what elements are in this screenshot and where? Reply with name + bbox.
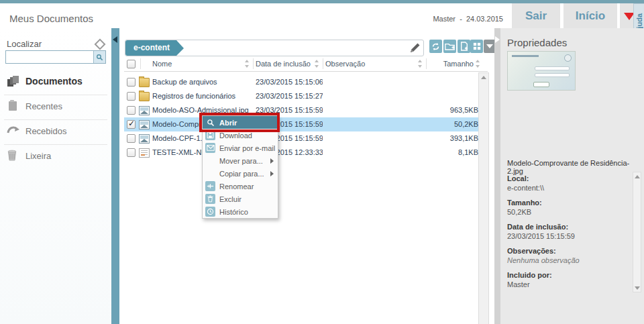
file-name[interactable]: Backup de arquivos xyxy=(152,75,253,89)
sort-icon[interactable] xyxy=(418,60,423,68)
column-header-observacao[interactable]: Observação xyxy=(325,56,365,71)
user-session-info: Master - 24.03.2015 xyxy=(433,15,503,23)
row-checkbox[interactable] xyxy=(127,120,136,129)
file-size: 8,1KB xyxy=(423,146,478,160)
scroll-up-icon[interactable] xyxy=(479,73,488,81)
search-input[interactable] xyxy=(7,52,94,61)
menu-item-download[interactable]: Download xyxy=(203,129,278,142)
breadcrumb[interactable]: e-content xyxy=(125,40,176,56)
edit-pencil-icon[interactable] xyxy=(409,42,421,54)
properties-title: Propriedades xyxy=(507,37,567,48)
file-date: 23/03/2015 15:15:27 xyxy=(256,89,323,103)
table-row[interactable]: Registros de funcionários 23/03/2015 15:… xyxy=(124,89,478,103)
file-preview-thumbnail xyxy=(507,51,576,91)
properties-collapse-strip[interactable] xyxy=(494,28,500,324)
xml-file-icon xyxy=(139,148,150,158)
user-name: Master xyxy=(433,15,455,23)
property-incluido-por: Incluido por: Master xyxy=(507,271,631,288)
sidebar-item-label: Lixeira xyxy=(25,151,51,161)
add-file-button[interactable] xyxy=(458,40,470,53)
new-folder-icon xyxy=(445,42,455,50)
search-label: Localizar xyxy=(7,39,42,49)
row-checkbox[interactable] xyxy=(127,92,136,101)
select-all-checkbox[interactable] xyxy=(127,60,136,68)
column-header-nome[interactable]: Nome xyxy=(152,56,172,71)
file-size xyxy=(423,89,478,103)
table-row[interactable]: Modelo-CPF-1.jpg 23/03/2015 15:15:59 393… xyxy=(124,131,478,146)
table-row[interactable]: TESTE-XML-NFe- 23/03/2015 12:33:33 8,1KB xyxy=(124,146,478,160)
menu-item-abrir[interactable]: Abrir xyxy=(203,116,278,129)
context-menu: Abrir Download Enviar por e-mail Mover p… xyxy=(202,115,278,219)
sort-icon[interactable] xyxy=(315,60,319,68)
refresh-button[interactable] xyxy=(429,40,442,53)
file-observation xyxy=(325,131,423,146)
sidebar-item-label: Recebidos xyxy=(25,126,66,136)
search-button[interactable] xyxy=(93,51,105,63)
collapse-right-icon xyxy=(495,36,500,43)
list-scrollbar[interactable] xyxy=(478,72,489,324)
breadcrumb-bar: e-content xyxy=(125,40,424,56)
column-header-tamanho[interactable]: Tamanho xyxy=(423,56,474,71)
new-folder-button[interactable] xyxy=(443,40,456,53)
sidebar-item-lixeira[interactable]: Lixeira xyxy=(0,144,111,167)
clear-search-icon[interactable] xyxy=(95,39,106,50)
search-icon xyxy=(96,54,103,61)
property-local: Local: e-content:\\ xyxy=(507,174,631,192)
menu-item-mover-para[interactable]: Mover para... xyxy=(203,154,278,167)
page-title: Meus Documentos xyxy=(9,13,93,24)
sidebar-item-recentes[interactable]: Recentes xyxy=(0,95,111,117)
file-date: 23/03/2015 15:15:06 xyxy=(256,75,323,89)
file-name[interactable]: Registros de funcionários xyxy=(152,89,253,103)
properties-panel: Propriedades Modelo-Comprovante de Resid… xyxy=(500,28,644,324)
row-checkbox[interactable] xyxy=(127,78,136,87)
user-date-separator: - xyxy=(460,15,462,23)
table-row[interactable]: Modelo-ASO-Admissional.jpg 23/03/2015 15… xyxy=(124,103,478,117)
row-checkbox[interactable] xyxy=(127,106,136,115)
file-browser: e-content Nome Data de inclusão Observaç… xyxy=(119,28,494,324)
file-size: 963,5KB xyxy=(423,103,478,117)
column-header-data[interactable]: Data de inclusão xyxy=(256,56,311,71)
property-observacoes: Observações: Nenhuma observação xyxy=(507,247,631,264)
file-observation xyxy=(325,103,423,117)
submenu-arrow-icon xyxy=(270,171,274,176)
file-observation xyxy=(325,75,423,89)
rename-icon xyxy=(205,181,215,191)
properties-scrollbar[interactable] xyxy=(633,172,641,292)
add-file-icon xyxy=(460,42,468,51)
sort-icon[interactable] xyxy=(476,60,480,68)
logout-button[interactable]: Sair xyxy=(512,3,560,28)
file-size xyxy=(423,75,478,89)
history-clock-icon xyxy=(205,207,215,217)
properties-fields: Local: e-content:\\ Tamanho: 50,2KB Data… xyxy=(507,174,631,295)
table-row[interactable]: Backup de arquivos 23/03/2015 15:15:06 xyxy=(124,75,478,89)
row-checkbox[interactable] xyxy=(127,134,136,143)
property-data-inclusao: Data de inclusão: 23/03/2015 15:15:59 xyxy=(507,223,631,240)
image-file-icon xyxy=(139,134,150,144)
scroll-down-icon[interactable] xyxy=(633,284,641,292)
table-row-selected[interactable]: Modelo-Comprovante de Residência-2.jpg 2… xyxy=(124,117,478,131)
home-button[interactable]: Início xyxy=(564,3,617,28)
sort-icon[interactable] xyxy=(245,60,250,68)
grid-view-button[interactable] xyxy=(470,40,483,53)
sidebar-item-recebidos[interactable]: Recebidos xyxy=(0,119,111,142)
sidebar-collapse-strip[interactable] xyxy=(111,28,119,324)
row-checkbox[interactable] xyxy=(127,148,136,157)
documents-icon xyxy=(7,75,20,87)
sidebar: Localizar Documentos Recentes Recebidos … xyxy=(0,28,111,324)
menu-item-enviar-email[interactable]: Enviar por e-mail xyxy=(203,142,278,154)
sidebar-item-label: Recentes xyxy=(25,101,62,111)
menu-item-historico[interactable]: Histórico xyxy=(203,205,278,218)
menu-item-copiar-para[interactable]: Copiar para... xyxy=(203,167,278,180)
file-size: 50,2KB xyxy=(423,117,478,131)
table-header: Nome Data de inclusão Observação Tamanho xyxy=(124,56,488,72)
menu-item-renomear[interactable]: Renomear xyxy=(203,180,278,193)
sidebar-item-label: Documentos xyxy=(25,76,83,87)
sidebar-item-documentos[interactable]: Documentos xyxy=(0,70,111,93)
folder-icon xyxy=(139,92,150,101)
received-arrow-icon xyxy=(7,125,20,137)
submenu-arrow-icon xyxy=(270,158,274,164)
file-observation xyxy=(325,89,423,103)
menu-item-excluir[interactable]: Excluir xyxy=(203,193,278,205)
scroll-up-icon[interactable] xyxy=(633,172,641,180)
file-list: Backup de arquivos 23/03/2015 15:15:06 R… xyxy=(124,75,478,160)
